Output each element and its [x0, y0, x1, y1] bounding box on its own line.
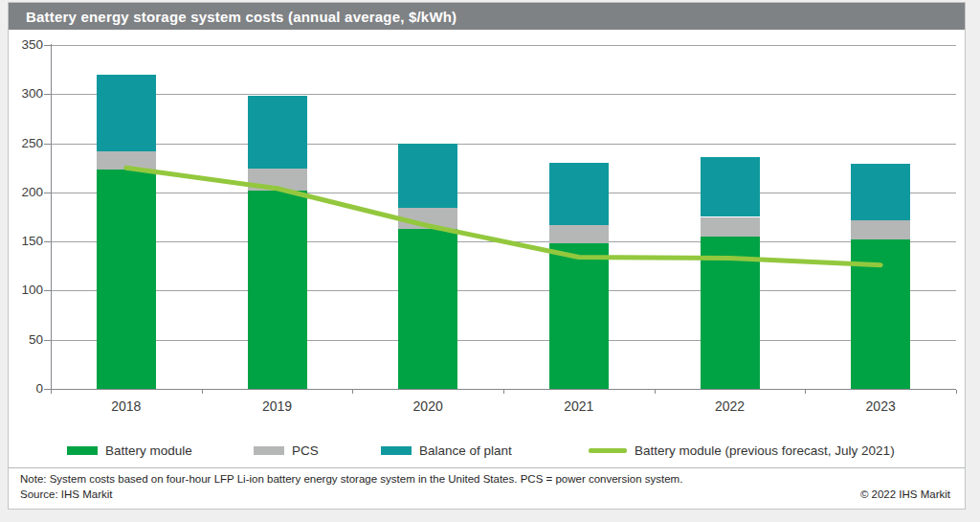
- legend-label-pcs: PCS: [292, 443, 319, 458]
- source-label: Source: IHS Markit: [20, 488, 113, 500]
- legend-label-balance-of-plant: Balance of plant: [419, 443, 512, 458]
- legend-item-battery-module: Battery module: [67, 442, 192, 459]
- legend-item-pcs: PCS: [254, 442, 319, 459]
- legend-label-battery-module: Battery module: [105, 443, 192, 458]
- chart-card: Battery energy storage system costs (ann…: [8, 2, 966, 510]
- legend-swatch-battery-module-previous-forecast-july-2021: [589, 448, 627, 453]
- legend-item-balance-of-plant: Balance of plant: [381, 442, 512, 459]
- legend-swatch-pcs: [254, 446, 284, 455]
- legend-swatch-balance-of-plant: [381, 446, 412, 455]
- chart-legend: Battery modulePCSBalance of plantBattery…: [9, 3, 965, 509]
- footnote: Note: System costs based on four-hour LF…: [20, 473, 773, 485]
- legend-swatch-battery-module: [67, 446, 98, 455]
- footer-separator: [9, 467, 965, 468]
- copyright-label: © 2022 IHS Markit: [860, 488, 950, 500]
- legend-label-battery-module-previous-forecast-july-2021: Battery module (previous forecast, July …: [635, 443, 895, 458]
- legend-item-battery-module-previous-forecast-july-2021: Battery module (previous forecast, July …: [589, 442, 895, 459]
